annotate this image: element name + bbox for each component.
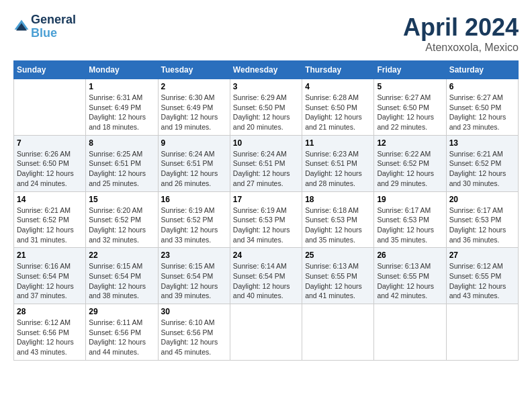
day-number: 23 (161, 250, 227, 260)
day-info: Sunrise: 6:14 AM Sunset: 6:54 PM Dayligh… (233, 261, 299, 301)
day-info: Sunrise: 6:26 AM Sunset: 6:50 PM Dayligh… (17, 149, 83, 189)
day-info: Sunrise: 6:22 AM Sunset: 6:52 PM Dayligh… (377, 149, 443, 189)
calendar-day-cell: 23Sunrise: 6:15 AM Sunset: 6:54 PM Dayli… (158, 248, 230, 304)
calendar-day-cell: 21Sunrise: 6:16 AM Sunset: 6:54 PM Dayli… (14, 248, 86, 304)
day-number: 24 (233, 250, 299, 260)
day-number: 20 (449, 195, 515, 204)
day-info: Sunrise: 6:15 AM Sunset: 6:54 PM Dayligh… (161, 261, 227, 301)
day-info: Sunrise: 6:18 AM Sunset: 6:53 PM Dayligh… (305, 205, 371, 245)
day-info: Sunrise: 6:17 AM Sunset: 6:53 PM Dayligh… (449, 205, 515, 245)
calendar-day-cell: 22Sunrise: 6:15 AM Sunset: 6:54 PM Dayli… (86, 248, 158, 304)
day-info: Sunrise: 6:24 AM Sunset: 6:51 PM Dayligh… (233, 149, 299, 189)
day-number: 4 (305, 82, 371, 91)
calendar-day-cell: 29Sunrise: 6:11 AM Sunset: 6:56 PM Dayli… (86, 304, 158, 361)
calendar-day-cell (302, 304, 374, 361)
day-number: 10 (233, 138, 299, 148)
calendar-day-cell: 3Sunrise: 6:29 AM Sunset: 6:50 PM Daylig… (230, 79, 302, 136)
day-number: 7 (17, 138, 83, 148)
day-number: 27 (449, 250, 515, 260)
calendar-week-row: 7Sunrise: 6:26 AM Sunset: 6:50 PM Daylig… (14, 135, 519, 191)
calendar-week-row: 1Sunrise: 6:31 AM Sunset: 6:49 PM Daylig… (14, 79, 519, 136)
day-number: 3 (233, 82, 299, 91)
calendar-day-cell (446, 304, 518, 361)
day-number: 16 (161, 195, 227, 204)
calendar-body: 1Sunrise: 6:31 AM Sunset: 6:49 PM Daylig… (14, 79, 519, 361)
day-number: 26 (377, 250, 443, 260)
day-info: Sunrise: 6:19 AM Sunset: 6:52 PM Dayligh… (161, 205, 227, 245)
calendar-day-cell: 24Sunrise: 6:14 AM Sunset: 6:54 PM Dayli… (230, 248, 302, 304)
day-info: Sunrise: 6:27 AM Sunset: 6:50 PM Dayligh… (449, 93, 515, 132)
day-info: Sunrise: 6:28 AM Sunset: 6:50 PM Dayligh… (305, 93, 371, 132)
day-number: 18 (305, 195, 371, 204)
day-info: Sunrise: 6:11 AM Sunset: 6:56 PM Dayligh… (89, 318, 154, 357)
day-number: 28 (17, 307, 83, 316)
calendar-day-cell (230, 304, 302, 361)
calendar-day-cell: 14Sunrise: 6:21 AM Sunset: 6:52 PM Dayli… (14, 191, 86, 248)
calendar-day-cell: 8Sunrise: 6:25 AM Sunset: 6:51 PM Daylig… (86, 135, 158, 191)
day-info: Sunrise: 6:19 AM Sunset: 6:53 PM Dayligh… (233, 205, 299, 245)
calendar-day-cell: 12Sunrise: 6:22 AM Sunset: 6:52 PM Dayli… (374, 135, 446, 191)
calendar-day-cell: 19Sunrise: 6:17 AM Sunset: 6:53 PM Dayli… (374, 191, 446, 248)
day-number: 9 (161, 138, 227, 148)
calendar-day-cell (14, 79, 86, 136)
calendar-day-cell: 10Sunrise: 6:24 AM Sunset: 6:51 PM Dayli… (230, 135, 302, 191)
logo-line1: General (31, 13, 76, 27)
day-number: 14 (17, 195, 83, 204)
day-info: Sunrise: 6:12 AM Sunset: 6:56 PM Dayligh… (17, 318, 83, 357)
day-info: Sunrise: 6:21 AM Sunset: 6:52 PM Dayligh… (17, 205, 83, 245)
calendar-day-cell: 4Sunrise: 6:28 AM Sunset: 6:50 PM Daylig… (302, 79, 374, 136)
calendar-week-row: 28Sunrise: 6:12 AM Sunset: 6:56 PM Dayli… (14, 304, 519, 361)
day-number: 11 (305, 138, 371, 148)
day-number: 5 (377, 82, 443, 91)
day-number: 2 (161, 82, 227, 91)
weekday-header: Friday (374, 61, 446, 79)
calendar-week-row: 21Sunrise: 6:16 AM Sunset: 6:54 PM Dayli… (14, 248, 519, 304)
calendar-day-cell: 9Sunrise: 6:24 AM Sunset: 6:51 PM Daylig… (158, 135, 230, 191)
calendar-day-cell: 2Sunrise: 6:30 AM Sunset: 6:49 PM Daylig… (158, 79, 230, 136)
calendar-day-cell: 30Sunrise: 6:10 AM Sunset: 6:56 PM Dayli… (158, 304, 230, 361)
calendar-day-cell: 20Sunrise: 6:17 AM Sunset: 6:53 PM Dayli… (446, 191, 518, 248)
calendar-day-cell: 11Sunrise: 6:23 AM Sunset: 6:51 PM Dayli… (302, 135, 374, 191)
day-info: Sunrise: 6:16 AM Sunset: 6:54 PM Dayligh… (17, 261, 83, 301)
title-block: April 2024 Atenxoxola, Mexico (403, 13, 519, 54)
weekday-header: Thursday (302, 61, 374, 79)
day-info: Sunrise: 6:24 AM Sunset: 6:51 PM Dayligh… (161, 149, 227, 189)
weekday-header: Monday (86, 61, 158, 79)
day-info: Sunrise: 6:25 AM Sunset: 6:51 PM Dayligh… (89, 149, 154, 189)
day-info: Sunrise: 6:29 AM Sunset: 6:50 PM Dayligh… (233, 93, 299, 132)
day-number: 30 (161, 307, 227, 316)
day-number: 17 (233, 195, 299, 204)
day-info: Sunrise: 6:17 AM Sunset: 6:53 PM Dayligh… (377, 205, 443, 245)
day-info: Sunrise: 6:23 AM Sunset: 6:51 PM Dayligh… (305, 149, 371, 189)
calendar-day-cell: 13Sunrise: 6:21 AM Sunset: 6:52 PM Dayli… (446, 135, 518, 191)
weekday-header: Saturday (446, 61, 518, 79)
calendar-day-cell: 27Sunrise: 6:12 AM Sunset: 6:55 PM Dayli… (446, 248, 518, 304)
logo: General Blue (13, 13, 76, 40)
calendar-day-cell: 28Sunrise: 6:12 AM Sunset: 6:56 PM Dayli… (14, 304, 86, 361)
day-info: Sunrise: 6:15 AM Sunset: 6:54 PM Dayligh… (89, 261, 154, 301)
day-number: 8 (89, 138, 154, 148)
calendar-day-cell: 16Sunrise: 6:19 AM Sunset: 6:52 PM Dayli… (158, 191, 230, 248)
calendar-day-cell: 15Sunrise: 6:20 AM Sunset: 6:52 PM Dayli… (86, 191, 158, 248)
calendar-header-row: SundayMondayTuesdayWednesdayThursdayFrid… (14, 61, 519, 79)
day-number: 15 (89, 195, 154, 204)
day-number: 19 (377, 195, 443, 204)
calendar-day-cell: 26Sunrise: 6:13 AM Sunset: 6:55 PM Dayli… (374, 248, 446, 304)
weekday-header: Wednesday (230, 61, 302, 79)
month-title: April 2024 (403, 13, 519, 42)
day-info: Sunrise: 6:13 AM Sunset: 6:55 PM Dayligh… (377, 261, 443, 301)
calendar-day-cell: 6Sunrise: 6:27 AM Sunset: 6:50 PM Daylig… (446, 79, 518, 136)
calendar-day-cell: 1Sunrise: 6:31 AM Sunset: 6:49 PM Daylig… (86, 79, 158, 136)
calendar-table: SundayMondayTuesdayWednesdayThursdayFrid… (13, 60, 519, 361)
day-number: 29 (89, 307, 154, 316)
weekday-header: Sunday (14, 61, 86, 79)
day-number: 25 (305, 250, 371, 260)
day-number: 12 (377, 138, 443, 148)
calendar-day-cell: 5Sunrise: 6:27 AM Sunset: 6:50 PM Daylig… (374, 79, 446, 136)
location-title: Atenxoxola, Mexico (403, 42, 519, 54)
day-info: Sunrise: 6:30 AM Sunset: 6:49 PM Dayligh… (161, 93, 227, 132)
logo-icon (13, 19, 30, 35)
day-info: Sunrise: 6:12 AM Sunset: 6:55 PM Dayligh… (449, 261, 515, 301)
page-header: General Blue April 2024 Atenxoxola, Mexi… (13, 13, 519, 54)
day-info: Sunrise: 6:13 AM Sunset: 6:55 PM Dayligh… (305, 261, 371, 301)
